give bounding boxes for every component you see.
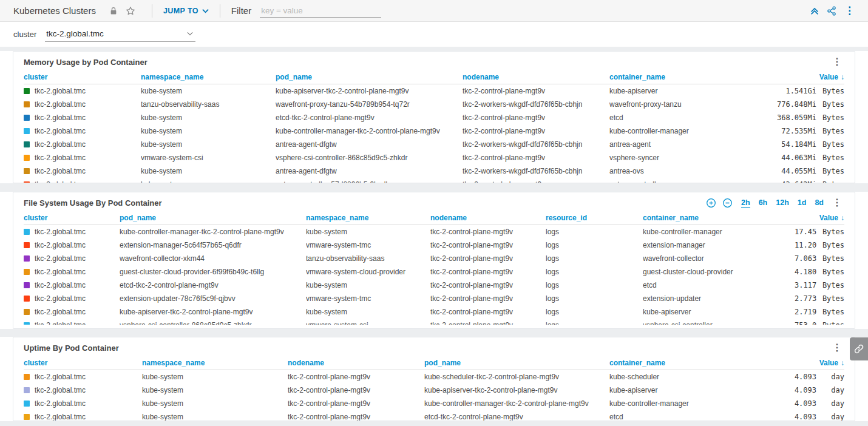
cell-nodename: tkc-2-control-plane-mgt9v	[430, 294, 546, 303]
collapse-all-icon[interactable]	[808, 4, 821, 18]
column-header-container_name[interactable]: container_name	[609, 73, 761, 81]
jump-to-button[interactable]: JUMP TO	[163, 7, 209, 15]
series-color-swatch	[24, 374, 30, 380]
favorite-star-icon[interactable]	[124, 4, 137, 18]
column-header-value[interactable]: Value↓	[761, 359, 844, 367]
series-color-swatch	[24, 115, 30, 121]
chevron-down-icon	[202, 8, 209, 13]
cell-cluster: tkc-2.global.tmc	[24, 413, 142, 421]
column-header-namespace_name[interactable]: namespace_name	[306, 214, 430, 222]
cell-cluster: tkc-2.global.tmc	[24, 140, 141, 149]
cell-pod_name: antrea-controller-57d8896b5-9bxdl	[276, 180, 463, 183]
cell-cluster: tkc-2.global.tmc	[24, 180, 141, 183]
zoom-out-icon[interactable]	[722, 198, 733, 208]
panel-title: Memory Usage by Pod Container	[24, 58, 830, 67]
column-header-nodename[interactable]: nodename	[463, 73, 609, 81]
column-header-value[interactable]: Value↓	[761, 73, 844, 81]
filter-label: Filter	[231, 5, 251, 16]
column-header-pod_name[interactable]: pod_name	[120, 214, 306, 222]
lock-icon	[107, 4, 120, 18]
column-header-cluster[interactable]: cluster	[24, 359, 142, 367]
table-body: tkc-2.global.tmckube-controller-manager-…	[24, 225, 844, 325]
cell-resource_id: logs	[546, 294, 643, 303]
table-row: tkc-2.global.tmckube-systemtkc-2-control…	[24, 370, 844, 384]
cell-container_name: kube-controller-manager	[643, 228, 795, 236]
panel-menu-kebab-icon[interactable]: ⋮	[830, 57, 844, 67]
cell-namespace_name: vmware-system-csi	[141, 154, 276, 162]
cell-value-unit: day	[818, 413, 844, 421]
zoom-in-icon[interactable]	[706, 198, 716, 208]
series-color-swatch	[24, 387, 30, 393]
cell-pod_name: guest-cluster-cloud-provider-6f99f6b49c-…	[120, 268, 306, 276]
section-gap	[0, 183, 868, 192]
cell-nodename: tkc-2-control-plane-mgt9v	[463, 113, 609, 122]
cell-container_name: extension-manager	[643, 241, 795, 249]
cluster-dropdown[interactable]: tkc-2.global.tmc	[45, 27, 195, 42]
time-range-1d[interactable]: 1d	[798, 198, 807, 207]
panel-menu-kebab-icon[interactable]: ⋮	[830, 198, 844, 208]
table-row: tkc-2.global.tmckube-systemtkc-2-control…	[24, 397, 844, 410]
page-menu-kebab-icon[interactable]: ⋮	[842, 5, 857, 16]
copy-link-tab[interactable]	[850, 337, 868, 360]
column-header-resource_id[interactable]: resource_id	[546, 214, 643, 222]
bottom-strip	[0, 421, 868, 426]
cell-value: 4.180Mi	[795, 268, 816, 276]
column-header-container_name[interactable]: container_name	[643, 214, 795, 222]
column-header-cluster[interactable]: cluster	[24, 73, 141, 81]
cell-nodename: tkc-2-control-plane-mgt9v	[430, 321, 546, 325]
cell-value: 753.000Ki	[795, 321, 816, 325]
column-header-namespace_name[interactable]: namespace_name	[141, 73, 276, 81]
cell-pod_name: wavefront-collector-xkm44	[120, 254, 306, 263]
series-color-swatch	[24, 88, 30, 94]
cell-value-unit: Bytes	[818, 308, 844, 316]
cell-container_name: etcd	[609, 413, 761, 421]
toolbar-divider	[220, 4, 220, 18]
column-header-pod_name[interactable]: pod_name	[424, 359, 609, 367]
table-row: tkc-2.global.tmckube-systemkube-controll…	[24, 124, 844, 138]
cell-resource_id: logs	[546, 281, 643, 289]
cell-container_name: kube-apiserver	[609, 87, 761, 95]
cell-nodename: tkc-2-control-plane-mgt9v	[463, 180, 609, 183]
series-color-swatch	[24, 296, 30, 302]
column-header-namespace_name[interactable]: namespace_name	[142, 359, 288, 367]
column-header-pod_name[interactable]: pod_name	[276, 73, 463, 81]
table-row: tkc-2.global.tmcwavefront-collector-xkm4…	[24, 252, 844, 265]
sort-descending-icon: ↓	[841, 73, 844, 81]
cell-namespace_name: kube-system	[141, 87, 276, 95]
cell-pod_name: antrea-agent-dfgtw	[276, 140, 463, 149]
column-header-cluster[interactable]: cluster	[24, 214, 120, 222]
cell-pod_name: kube-apiserver-tkc-2-control-plane-mgt9v	[276, 87, 463, 95]
cell-container_name: vsphere-syncer	[609, 154, 761, 162]
column-header-nodename[interactable]: nodename	[288, 359, 424, 367]
series-color-swatch	[24, 128, 30, 134]
share-icon[interactable]	[825, 4, 838, 18]
column-header-nodename[interactable]: nodename	[430, 214, 546, 222]
panel-memory-usage: Memory Usage by Pod Container ⋮ clustern…	[13, 51, 855, 183]
cell-container_name: wavefront-proxy-tanzu	[609, 100, 761, 109]
time-range-8d[interactable]: 8d	[815, 198, 824, 207]
cell-container_name: antrea-ovs	[609, 167, 761, 175]
panel-menu-kebab-icon[interactable]: ⋮	[830, 343, 844, 353]
column-header-value[interactable]: Value↓	[795, 214, 844, 222]
table-row: tkc-2.global.tmcvmware-system-csivsphere…	[24, 151, 844, 164]
cell-nodename: tkc-2-control-plane-mgt9v	[430, 254, 546, 263]
time-range-2h[interactable]: 2h	[741, 198, 750, 208]
cell-namespace_name: kube-system	[142, 413, 288, 421]
cluster-dropdown-value: tkc-2.global.tmc	[46, 29, 104, 38]
cell-value: 11.203Mi	[795, 241, 816, 249]
cell-value-unit: Bytes	[818, 154, 844, 162]
series-color-swatch	[24, 269, 30, 275]
cell-value-unit: Bytes	[818, 180, 844, 183]
time-range-12h[interactable]: 12h	[776, 198, 789, 207]
time-range-6h[interactable]: 6h	[759, 198, 768, 207]
filter-input[interactable]	[260, 4, 381, 18]
cell-value-unit: day	[818, 386, 844, 394]
cell-nodename: tkc-2-control-plane-mgt9v	[430, 281, 546, 289]
series-color-swatch	[24, 242, 30, 248]
cell-container_name: vsphere-csi-controller	[643, 321, 795, 325]
table-row: tkc-2.global.tmcguest-cluster-cloud-prov…	[24, 265, 844, 279]
cell-value: 72.535Mi	[761, 127, 816, 135]
cell-nodename: tkc-2-control-plane-mgt9v	[463, 87, 609, 95]
column-header-container_name[interactable]: container_name	[609, 359, 761, 367]
cell-pod_name: kube-scheduler-tkc-2-control-plane-mgt9v	[424, 373, 609, 381]
